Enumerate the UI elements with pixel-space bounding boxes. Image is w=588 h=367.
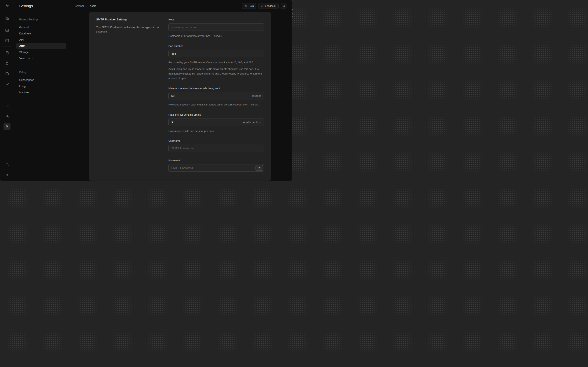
rate-limit-input[interactable] — [168, 118, 264, 126]
rail-item-auth[interactable] — [3, 59, 10, 67]
rate-limit-help: How many emails can be sent per hour. — [168, 129, 264, 133]
rate-limit-label: Rate limit for sending emails — [168, 113, 264, 116]
section-description: Your SMTP Credentials will always be enc… — [96, 25, 160, 34]
sidebar-item-usage[interactable]: Usage — [16, 83, 66, 89]
sidebar-item-general[interactable]: General — [16, 24, 66, 30]
page-title: Settings — [19, 4, 33, 8]
smtp-settings-panel: SMTP Provider Settings Your SMTP Credent… — [89, 12, 271, 181]
port-label: Port number — [168, 45, 264, 48]
icon-rail — [0, 0, 14, 181]
database-icon — [5, 51, 9, 55]
rail-item-logs[interactable] — [3, 102, 10, 109]
reveal-password-button[interactable] — [256, 165, 263, 171]
rail-item-reports[interactable] — [3, 92, 10, 99]
host-help: Hostname or IP address of your SMTP serv… — [168, 34, 264, 38]
search-icon — [5, 162, 9, 166]
breadcrumb: Personal / acme — [74, 4, 97, 8]
scrollbar-dot[interactable] — [292, 16, 293, 17]
port-input[interactable] — [168, 50, 264, 57]
username-label: Username — [168, 139, 264, 142]
storage-folder-icon — [5, 71, 9, 75]
smtp-section-intro: SMTP Provider Settings Your SMTP Credent… — [96, 18, 160, 181]
topbar-actions: Help Feedback — [242, 3, 292, 9]
password-field-group: Password — [168, 159, 264, 172]
port-note: Avoid using port 25 as modern SMTP email… — [168, 67, 264, 80]
sidebar-item-vault[interactable]: Vault BETA — [16, 55, 66, 61]
reports-chart-icon — [5, 94, 9, 98]
notifications-button[interactable] — [281, 3, 287, 9]
feedback-bubble-icon — [261, 5, 264, 7]
scrollbar-dot[interactable] — [292, 13, 293, 14]
sidebar-header: Settings — [14, 0, 69, 12]
user-icon — [5, 174, 9, 178]
breadcrumb-org[interactable]: Personal — [74, 4, 84, 7]
eye-icon — [258, 166, 261, 169]
interval-label: Minimum interval between emails being se… — [168, 87, 264, 90]
settings-menu: Project Settings General Database API Au… — [14, 12, 69, 181]
interval-input[interactable] — [168, 92, 264, 100]
main-area: SMTP Provider Settings Your SMTP Credent… — [69, 12, 292, 181]
host-field-group: Host Hostname or IP address of your SMTP… — [168, 18, 264, 38]
auth-lock-icon — [5, 61, 9, 65]
smtp-username-input[interactable] — [168, 145, 264, 152]
rail-item-profile[interactable] — [3, 172, 10, 179]
table-editor-icon — [5, 28, 9, 32]
help-button-label: Help — [249, 4, 254, 7]
sidebar-item-database[interactable]: Database — [16, 30, 66, 37]
sidebar-item-invoices[interactable]: Invoices — [16, 89, 66, 96]
rail-item-search[interactable] — [3, 161, 10, 168]
beta-badge: BETA — [28, 58, 33, 59]
supabase-bolt-icon[interactable] — [4, 3, 10, 8]
sidebar-item-vault-label: Vault — [19, 57, 25, 60]
username-field-group: Username — [168, 139, 264, 152]
topbar: Settings Personal / acme Help Feedback — [14, 0, 292, 12]
sidebar-item-subscription[interactable]: Subscription — [16, 77, 66, 83]
bell-icon — [282, 4, 285, 7]
interval-help: How long between each email can a new em… — [168, 102, 264, 107]
rail-item-docs[interactable] — [3, 113, 10, 120]
rail-item-settings[interactable] — [3, 123, 10, 130]
host-input[interactable] — [168, 23, 264, 31]
edge-functions-icon — [5, 82, 9, 86]
logs-list-icon — [5, 104, 9, 108]
port-field-group: Port number Port used by your SMTP serve… — [168, 45, 264, 80]
rail-item-table-editor[interactable] — [3, 27, 10, 34]
scrollbar-dot[interactable] — [292, 9, 293, 10]
settings-gear-icon — [5, 124, 9, 128]
menu-section-heading: Billing — [14, 71, 69, 74]
rail-item-home[interactable] — [3, 15, 10, 22]
smtp-form: Host Hostname or IP address of your SMTP… — [168, 18, 264, 181]
rail-item-database[interactable] — [3, 49, 10, 56]
breadcrumb-project[interactable]: acme — [90, 4, 96, 7]
menu-section-heading: Project Settings — [14, 18, 69, 21]
feedback-button[interactable]: Feedback — [258, 3, 279, 9]
feedback-button-label: Feedback — [265, 4, 276, 7]
breadcrumb-separator: / — [86, 4, 87, 8]
help-circle-icon — [244, 5, 247, 7]
sidebar-item-api[interactable]: API — [16, 37, 66, 43]
password-label: Password — [168, 159, 264, 162]
port-help: Port used by your SMTP server. Common po… — [168, 60, 264, 65]
host-label: Host — [168, 18, 264, 21]
smtp-password-input[interactable] — [168, 164, 264, 172]
sql-editor-icon — [5, 39, 9, 43]
section-title: SMTP Provider Settings — [96, 18, 160, 21]
rail-item-sql-editor[interactable] — [3, 37, 10, 44]
home-icon — [5, 16, 9, 20]
app-window: Settings Personal / acme Help Feedback — [0, 0, 292, 181]
sidebar-item-auth[interactable]: Auth — [16, 43, 66, 49]
content-row: Project Settings General Database API Au… — [14, 12, 292, 181]
interval-field-group: Minimum interval between emails being se… — [168, 87, 264, 107]
rail-item-edge-functions[interactable] — [3, 80, 10, 87]
rail-item-storage[interactable] — [3, 70, 10, 77]
sidebar-item-storage[interactable]: Storage — [16, 49, 66, 55]
help-button[interactable]: Help — [242, 3, 256, 9]
docs-file-icon — [5, 114, 9, 118]
rate-limit-field-group: Rate limit for sending emails emails per… — [168, 113, 264, 133]
right-column: Settings Personal / acme Help Feedback — [14, 0, 292, 181]
